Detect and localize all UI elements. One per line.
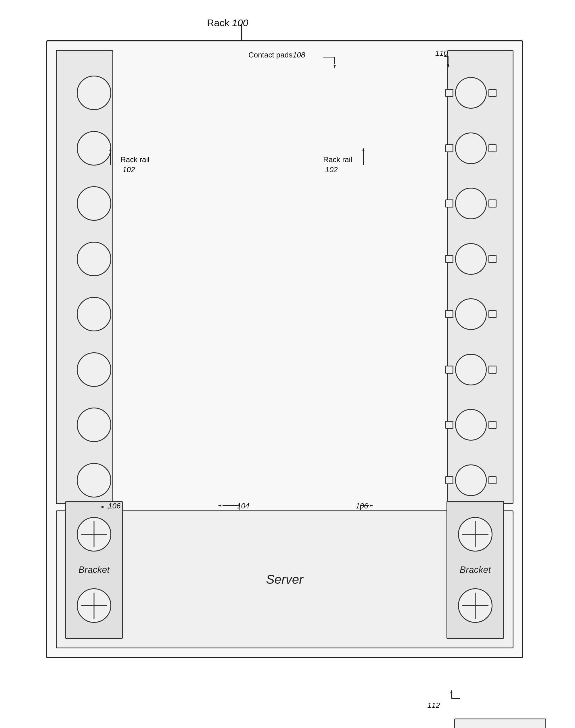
contact-square-right-3 [488, 200, 497, 208]
svg-marker-29 [218, 505, 222, 507]
contact-square-right-6 [488, 366, 497, 374]
item-112-number: 112 [428, 701, 440, 709]
contact-square-left-6 [445, 366, 453, 374]
bracket-label-right: Bracket [460, 564, 491, 575]
svg-marker-17 [334, 65, 336, 68]
rack-rail-right [447, 50, 513, 504]
crosshair-circle-right-1 [458, 517, 493, 552]
right-item-7 [445, 409, 497, 441]
ring-2 [77, 131, 111, 166]
svg-marker-33 [370, 505, 373, 507]
ring-3 [77, 186, 111, 221]
svg-text:Rack rail: Rack rail [323, 155, 352, 164]
ring-4 [77, 242, 111, 276]
right-ring-7 [455, 409, 487, 441]
right-ring-5 [455, 298, 487, 330]
microcontroller-label-112: 112 [428, 701, 440, 710]
crosshair-circle-left-2 [77, 588, 111, 623]
right-item-3 [445, 188, 497, 219]
ring-6 [77, 352, 111, 387]
right-items-container [438, 60, 504, 514]
right-ring-8 [455, 464, 487, 496]
contact-square-left-8 [445, 476, 453, 484]
right-ring-1 [455, 77, 487, 109]
ring-5 [77, 297, 111, 332]
right-item-5 [445, 298, 497, 330]
microcontroller-box: Microcontroller [454, 719, 546, 728]
contact-square-left-5 [445, 310, 453, 318]
svg-text:Rack rail: Rack rail [121, 155, 149, 164]
server-label: Server [266, 572, 303, 587]
ring-1 [77, 76, 111, 110]
crosshair-circle-left-1 [77, 517, 111, 552]
right-item-4 [445, 243, 497, 275]
microcontroller-arrow [403, 675, 546, 713]
contact-square-left-1 [445, 89, 453, 97]
right-ring-6 [455, 354, 487, 385]
ring-8 [77, 463, 111, 497]
ring-7 [77, 408, 111, 442]
crosshair-circle-right-2 [458, 588, 493, 623]
right-item-8 [445, 464, 497, 496]
server-section: Bracket Server Bracket [56, 511, 513, 648]
contact-square-left-3 [445, 200, 453, 208]
right-item-1 [445, 77, 497, 109]
contact-square-right-8 [488, 476, 497, 484]
right-ring-2 [455, 133, 487, 164]
bracket-label-left: Bracket [78, 564, 109, 575]
bracket-left: Bracket [65, 501, 123, 639]
svg-text:102: 102 [123, 165, 135, 174]
contact-square-right-4 [488, 255, 497, 263]
contact-square-left-7 [445, 421, 453, 429]
contact-square-right-2 [488, 144, 497, 152]
microcontroller-text: Microcontroller [474, 727, 527, 728]
svg-text:110: 110 [435, 49, 448, 58]
contact-square-right-5 [488, 310, 497, 318]
rack-outer: Bracket Server Bracket Rack rail 102 [46, 40, 523, 658]
svg-text:102: 102 [325, 165, 338, 174]
contact-square-left-4 [445, 255, 453, 263]
svg-text:106: 106 [356, 501, 368, 510]
svg-text:104: 104 [237, 501, 249, 510]
rack-rail-left [56, 50, 113, 504]
svg-text:Contact pads: Contact pads [248, 50, 293, 59]
svg-marker-12 [362, 148, 365, 151]
contact-square-right-1 [488, 89, 497, 97]
contact-square-left-2 [445, 144, 453, 152]
left-circles-container [65, 60, 123, 514]
bracket-right: Bracket [446, 501, 504, 639]
contact-square-right-7 [488, 421, 497, 429]
rack-title-arrow [29, 17, 546, 43]
right-ring-3 [455, 188, 487, 219]
right-item-6 [445, 354, 497, 385]
right-item-2 [445, 133, 497, 164]
svg-text:108: 108 [293, 50, 305, 59]
right-ring-4 [455, 243, 487, 275]
svg-marker-36 [450, 690, 452, 693]
